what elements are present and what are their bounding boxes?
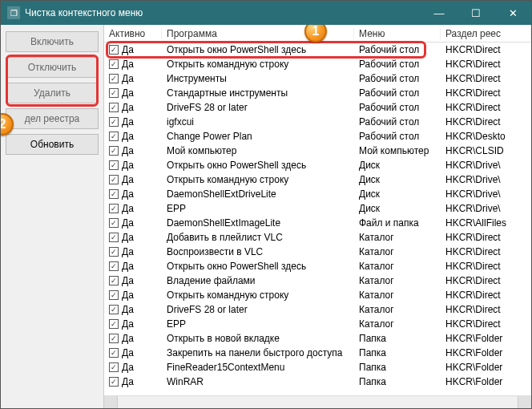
active-label: Да <box>122 73 134 84</box>
cell-registry: HKCR\Direct <box>441 59 531 70</box>
delete-button[interactable]: Удалить <box>6 83 99 103</box>
cell-active[interactable]: ✓Да <box>104 131 162 142</box>
col-header-active[interactable]: Активно <box>104 28 162 39</box>
checkbox-icon[interactable]: ✓ <box>109 132 119 141</box>
cell-menu: Каталог <box>354 304 441 315</box>
cell-active[interactable]: ✓Да <box>104 188 162 200</box>
table-row[interactable]: ✓ДаEPPДискHKCR\Drive\ <box>104 201 531 216</box>
refresh-button[interactable]: Обновить <box>6 134 99 155</box>
cell-active[interactable]: ✓Да <box>104 290 162 301</box>
table-row[interactable]: ✓ДаОткрыть окно PowerShell здесьРабочий … <box>104 43 531 57</box>
cell-menu: Рабочий стол <box>354 59 441 70</box>
table-row[interactable]: ✓ДаЗакрепить на панели быстрого доступаП… <box>104 346 531 360</box>
cell-active[interactable]: ✓Да <box>104 232 162 243</box>
cell-menu: Файл и папка <box>354 217 441 229</box>
checkbox-icon[interactable]: ✓ <box>109 88 119 98</box>
cell-active[interactable]: ✓Да <box>104 347 162 358</box>
checkbox-icon[interactable]: ✓ <box>109 160 119 170</box>
checkbox-icon[interactable]: ✓ <box>109 218 119 228</box>
table-row[interactable]: ✓ДаОткрыть в новой вкладкеПапкаHKCR\Fold… <box>104 331 531 346</box>
table-row[interactable]: ✓ДаОткрыть командную строкуДискHKCR\Driv… <box>104 172 531 187</box>
checkbox-icon[interactable]: ✓ <box>109 59 119 69</box>
checkbox-icon[interactable]: ✓ <box>109 189 119 199</box>
table-row[interactable]: ✓ДаОткрыть командную строкуКаталогHKCR\D… <box>104 288 531 302</box>
cell-active[interactable]: ✓Да <box>104 160 162 171</box>
checkbox-icon[interactable]: ✓ <box>109 45 119 55</box>
checkbox-icon[interactable]: ✓ <box>109 103 119 112</box>
table-row[interactable]: ✓ДаОткрыть командную строкуРабочий столH… <box>104 57 531 71</box>
checkbox-icon[interactable]: ✓ <box>109 334 119 343</box>
cell-active[interactable]: ✓Да <box>104 44 162 55</box>
checkbox-icon[interactable]: ✓ <box>109 261 119 271</box>
cell-menu: Папка <box>354 362 441 373</box>
checkbox-icon[interactable]: ✓ <box>109 233 119 242</box>
registry-button[interactable]: дел реестра <box>6 108 99 129</box>
cell-active[interactable]: ✓Да <box>104 304 162 315</box>
table-row[interactable]: ✓ДаChange Power PlanРабочий столHKCR\Des… <box>104 129 531 144</box>
table-row[interactable]: ✓ДаigfxcuiРабочий столHKCR\Direct <box>104 115 531 129</box>
cell-menu: Каталог <box>354 261 441 272</box>
table-row[interactable]: ✓ДаEPPКаталогHKCR\Direct <box>104 317 531 331</box>
table-row[interactable]: ✓ДаВладение файламиКаталогHKCR\Direct <box>104 273 531 288</box>
cell-menu: Рабочий стол <box>354 44 441 55</box>
checkbox-icon[interactable]: ✓ <box>109 247 119 257</box>
checkbox-icon[interactable]: ✓ <box>109 117 119 127</box>
checkbox-icon[interactable]: ✓ <box>109 204 119 213</box>
table-row[interactable]: ✓ДаИнструментыРабочий столHKCR\Direct <box>104 71 531 86</box>
checkbox-icon[interactable]: ✓ <box>109 319 119 329</box>
cell-active[interactable]: ✓Да <box>104 145 162 156</box>
checkbox-icon[interactable]: ✓ <box>109 74 119 83</box>
active-label: Да <box>122 362 134 373</box>
cell-active[interactable]: ✓Да <box>104 116 162 128</box>
checkbox-icon[interactable]: ✓ <box>109 305 119 314</box>
cell-registry: HKCR\Direct <box>441 290 531 301</box>
minimize-button[interactable]: — <box>421 1 457 25</box>
checkbox-icon[interactable]: ✓ <box>109 362 119 372</box>
table-row[interactable]: ✓ДаFineReader15ContextMenuПапкаHKCR\Fold… <box>104 360 531 375</box>
cell-active[interactable]: ✓Да <box>104 261 162 272</box>
close-button[interactable]: ✕ <box>494 1 531 25</box>
cell-active[interactable]: ✓Да <box>104 275 162 286</box>
disable-button[interactable]: Отключить <box>6 57 99 78</box>
cell-active[interactable]: ✓Да <box>104 246 162 257</box>
col-header-menu[interactable]: Меню <box>354 28 441 39</box>
table-row[interactable]: ✓ДаWinRARПапкаHKCR\Folder <box>104 375 531 389</box>
active-label: Да <box>122 376 134 387</box>
cell-active[interactable]: ✓Да <box>104 73 162 84</box>
maximize-button[interactable]: ☐ <box>457 1 494 25</box>
cell-active[interactable]: ✓Да <box>104 203 162 214</box>
cell-active[interactable]: ✓Да <box>104 362 162 373</box>
cell-active[interactable]: ✓Да <box>104 333 162 344</box>
table-row[interactable]: ✓ДаОткрыть окно PowerShell здесьДискHKCR… <box>104 158 531 172</box>
cell-active[interactable]: ✓Да <box>104 174 162 185</box>
table-row[interactable]: ✓ДаDaemonShellExtImageLiteФайл и папкаHK… <box>104 216 531 230</box>
cell-active[interactable]: ✓Да <box>104 87 162 99</box>
cell-active[interactable]: ✓Да <box>104 59 162 70</box>
col-header-registry[interactable]: Раздел реес <box>441 28 531 39</box>
cell-registry: HKCR\Direct <box>441 232 531 243</box>
checkbox-icon[interactable]: ✓ <box>109 377 119 387</box>
checkbox-icon[interactable]: ✓ <box>109 146 119 156</box>
horizontal-scrollbar[interactable] <box>104 395 531 408</box>
table-row[interactable]: ✓ДаОткрыть окно PowerShell здесьКаталогH… <box>104 259 531 273</box>
cell-registry: HKCR\Drive\ <box>441 203 531 214</box>
cell-active[interactable]: ✓Да <box>104 318 162 330</box>
rows-container[interactable]: ✓ДаОткрыть окно PowerShell здесьРабочий … <box>104 43 531 395</box>
active-label: Да <box>122 347 134 358</box>
table-row[interactable]: ✓ДаDriveFS 28 or laterКаталогHKCR\Direct <box>104 302 531 317</box>
table-row[interactable]: ✓ДаМой компьютерМой компьютерHKCR\CLSID <box>104 144 531 158</box>
cell-active[interactable]: ✓Да <box>104 102 162 113</box>
cell-active[interactable]: ✓Да <box>104 217 162 229</box>
active-label: Да <box>122 44 134 55</box>
table-row[interactable]: ✓ДаВоспроизвести в VLCКаталогHKCR\Direct <box>104 245 531 259</box>
enable-button[interactable]: Включить <box>6 31 99 52</box>
table-row[interactable]: ✓ДаДобавить в плейлист VLCКаталогHKCR\Di… <box>104 230 531 245</box>
table-row[interactable]: ✓ДаСтандартные инструментыРабочий столHK… <box>104 86 531 100</box>
checkbox-icon[interactable]: ✓ <box>109 290 119 300</box>
checkbox-icon[interactable]: ✓ <box>109 348 119 358</box>
cell-active[interactable]: ✓Да <box>104 376 162 387</box>
table-row[interactable]: ✓ДаDriveFS 28 or laterРабочий столHKCR\D… <box>104 100 531 115</box>
checkbox-icon[interactable]: ✓ <box>109 276 119 285</box>
table-row[interactable]: ✓ДаDaemonShellExtDriveLiteДискHKCR\Drive… <box>104 187 531 201</box>
checkbox-icon[interactable]: ✓ <box>109 175 119 184</box>
